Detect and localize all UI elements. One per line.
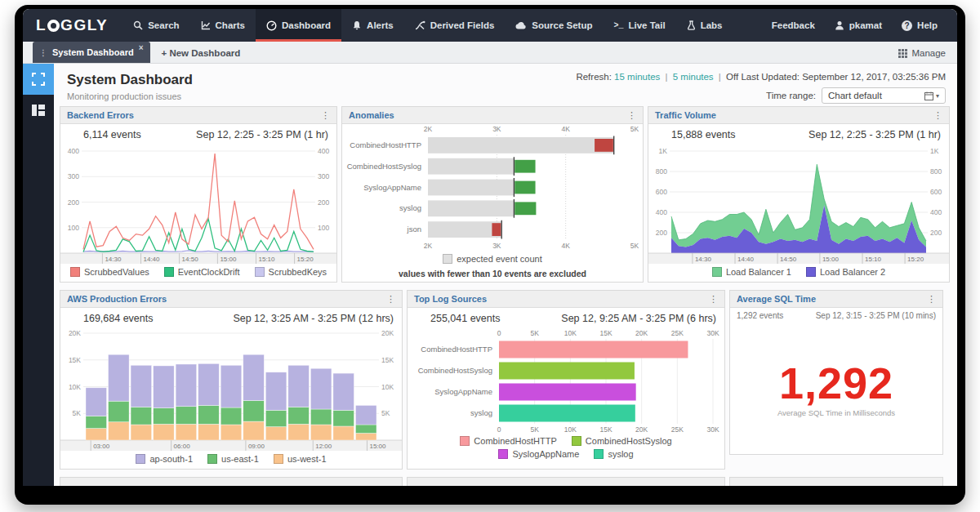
- legend-item[interactable]: us-west-1: [274, 454, 327, 464]
- panel-title: Average SQL Time: [737, 294, 816, 304]
- legend-item[interactable]: ap-south-1: [136, 454, 193, 464]
- svg-text:15K: 15K: [69, 356, 81, 364]
- sidebar-fullscreen-button[interactable]: [23, 64, 54, 95]
- last-updated-text: Last Updated: September 12, 2017, 03:25:…: [741, 72, 946, 82]
- legend-swatch: [164, 267, 174, 277]
- svg-text:2K: 2K: [424, 242, 433, 250]
- legend-item[interactable]: syslog: [594, 449, 633, 459]
- caret-down-icon: ▾: [936, 92, 939, 100]
- panel-menu-icon[interactable]: ⋮: [933, 111, 942, 120]
- panel-menu-icon[interactable]: ⋮: [321, 111, 330, 120]
- svg-text:20K: 20K: [635, 425, 648, 434]
- legend-item[interactable]: expected event count: [443, 254, 542, 264]
- tab-label: System Dashboard: [52, 47, 134, 57]
- legend-swatch: [136, 454, 145, 464]
- legend-item[interactable]: EventClockDrift: [164, 267, 240, 277]
- legend-item[interactable]: CombinedHostSyslog: [572, 436, 672, 446]
- refresh-label: Refresh:: [576, 72, 611, 82]
- nav-item-alerts[interactable]: Alerts: [341, 9, 404, 42]
- tab-system-dashboard[interactable]: ⋮ System Dashboard ×: [33, 42, 150, 63]
- derived-fields-icon: [415, 20, 425, 30]
- tab-drag-handle-icon[interactable]: ⋮: [39, 48, 47, 57]
- svg-text:09:00: 09:00: [248, 443, 265, 450]
- svg-text:14:40: 14:40: [737, 256, 755, 263]
- nav-item-labs[interactable]: Labs: [676, 9, 733, 42]
- svg-text:syslog: syslog: [470, 408, 492, 417]
- svg-text:400: 400: [930, 208, 942, 216]
- user-menu[interactable]: pkamat: [826, 20, 890, 30]
- live-tail-icon: >_: [613, 21, 623, 30]
- panel-top-log-sources: Top Log Sources⋮ 255,041 eventsSep 12, 9…: [407, 290, 725, 470]
- svg-text:15:00: 15:00: [220, 256, 237, 263]
- panel-backend-errors: Backend Errors⋮ 6,114 eventsSep 12, 2:25…: [60, 106, 337, 283]
- layout-icon: [32, 105, 45, 116]
- panel-menu-icon[interactable]: ⋮: [927, 295, 936, 304]
- nav-item-charts[interactable]: Charts: [190, 9, 256, 42]
- legend-swatch: [806, 267, 816, 277]
- legend-item[interactable]: ScrubbedKeys: [255, 267, 327, 277]
- nav-item-search[interactable]: Search: [122, 9, 189, 42]
- refresh-15-link[interactable]: 15 minutes: [614, 72, 660, 82]
- new-dashboard-button[interactable]: + New Dashboard: [162, 48, 241, 58]
- fullscreen-icon: [32, 73, 45, 86]
- calendar-icon: [924, 91, 933, 100]
- sidebar-layout-button[interactable]: [23, 95, 54, 126]
- svg-text:15K: 15K: [599, 329, 612, 337]
- svg-text:200: 200: [68, 198, 79, 207]
- panel-menu-icon[interactable]: ⋮: [386, 295, 395, 304]
- svg-text:syslog: syslog: [399, 203, 421, 212]
- window-frame: LGGLY Search Charts Dashboard Alerts Der…: [15, 5, 965, 505]
- svg-text:4K: 4K: [561, 125, 570, 133]
- legend-item[interactable]: Load Balancer 1: [712, 267, 791, 277]
- nav-right-group: Feedback pkamat ? Help: [764, 9, 957, 42]
- svg-text:CombinedHostHTTP: CombinedHostHTTP: [421, 345, 492, 354]
- manage-button[interactable]: Manage: [898, 48, 946, 58]
- events-count: 169,684 events: [83, 313, 154, 327]
- nav-item-live-tail[interactable]: >_ Live Tail: [603, 9, 675, 42]
- svg-text:5K: 5K: [630, 242, 639, 250]
- svg-text:14:30: 14:30: [695, 256, 712, 263]
- feedback-link[interactable]: Feedback: [764, 20, 823, 30]
- refresh-controls: Refresh: 15 minutes | 5 minutes | Off La…: [576, 72, 946, 82]
- legend-swatch: [572, 436, 581, 446]
- time-range-select[interactable]: Chart default ▾: [822, 87, 946, 104]
- dashboard-icon: [266, 20, 277, 31]
- svg-text:300: 300: [68, 172, 79, 180]
- logo-o-icon: [47, 20, 60, 32]
- svg-text:10K: 10K: [564, 329, 577, 337]
- svg-text:12:00: 12:00: [315, 443, 332, 450]
- legend-item[interactable]: ScrubbedValues: [70, 267, 149, 277]
- nav-item-derived-fields[interactable]: Derived Fields: [404, 9, 506, 42]
- page-head-left: System Dashboard Monitoring production i…: [67, 72, 193, 101]
- refresh-off-link[interactable]: Off: [726, 72, 738, 82]
- user-icon: [835, 20, 844, 30]
- loggly-logo[interactable]: LGGLY: [23, 9, 122, 42]
- legend-swatch: [498, 449, 508, 459]
- panel-menu-icon[interactable]: ⋮: [627, 111, 636, 120]
- panel-title: Backend Errors: [67, 110, 134, 120]
- svg-text:CombinedHostSyslog: CombinedHostSyslog: [347, 162, 421, 171]
- svg-text:CombinedHostSyslog: CombinedHostSyslog: [418, 366, 492, 375]
- svg-text:03:00: 03:00: [93, 443, 110, 450]
- legend-swatch: [255, 267, 265, 277]
- legend-item[interactable]: Load Balancer 2: [806, 267, 885, 277]
- help-menu[interactable]: ? Help: [893, 20, 946, 31]
- anomalies-footnote: values with fewer than 10 events are exc…: [342, 268, 643, 283]
- time-span: Sep 12, 2:25 - 3:25 PM (1 hr): [808, 129, 941, 144]
- svg-text:20K: 20K: [69, 329, 81, 337]
- panel-menu-icon[interactable]: ⋮: [709, 295, 718, 304]
- legend-item[interactable]: SyslogAppName: [498, 449, 579, 459]
- nav-item-dashboard[interactable]: Dashboard: [256, 9, 341, 42]
- nav-item-source-setup[interactable]: Source Setup: [505, 9, 603, 42]
- legend-item[interactable]: us-east-1: [207, 454, 259, 464]
- svg-text:10K: 10K: [564, 425, 577, 434]
- page-title: System Dashboard: [67, 72, 193, 88]
- tab-close-icon[interactable]: ×: [139, 43, 144, 52]
- charts-icon: [201, 20, 211, 30]
- legend-item[interactable]: CombinedHostHTTP: [460, 436, 556, 446]
- svg-text:5K: 5K: [530, 329, 539, 337]
- panel-title: AWS Production Errors: [67, 294, 167, 304]
- refresh-5-link[interactable]: 5 minutes: [673, 72, 714, 82]
- svg-text:SyslogAppName: SyslogAppName: [434, 387, 492, 396]
- legend-swatch: [712, 267, 722, 277]
